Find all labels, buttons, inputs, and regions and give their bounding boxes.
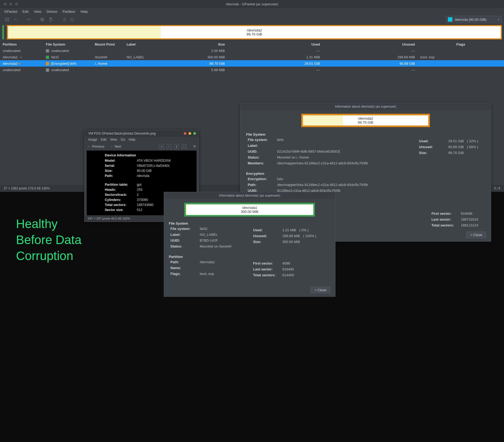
sda1-mini-map: /dev/sda1300.00 MiB: [184, 203, 315, 217]
table-row[interactable]: unallocatedunallocated2.00 MiB------: [0, 47, 504, 54]
outer-status-left: 37 × 1082 pixels 276,5 kB 100%: [4, 186, 50, 190]
kv-row: Path:/dev/sda: [105, 173, 178, 179]
partmap-sda1-strip[interactable]: [2, 25, 7, 39]
menu-view[interactable]: View: [32, 9, 43, 14]
col-flags[interactable]: Flags: [418, 41, 504, 47]
kv-row: Flags:boot, esp: [170, 271, 329, 277]
device-color-icon: [448, 17, 453, 22]
zoom-out-icon[interactable]: −: [167, 144, 171, 149]
menu-edit[interactable]: Edit: [20, 9, 30, 14]
kv-row: Partition table:gpt: [105, 182, 178, 187]
zoom-in-icon[interactable]: +: [159, 144, 164, 149]
menu-partition[interactable]: Partition: [61, 9, 78, 14]
col-label[interactable]: Label: [124, 41, 167, 47]
menu-help[interactable]: Help: [78, 9, 90, 14]
bullet-icon: [19, 63, 20, 64]
kv-row: Size:300.00 MiB: [253, 239, 316, 245]
toolbar: /dev/sda (90.00 GiB): [0, 15, 504, 24]
kv-row: Members:/dev/mapper/luks-91188ec2-c31a-4…: [248, 160, 483, 166]
col-used[interactable]: Used: [227, 41, 322, 47]
menubar: GParted Edit View Device Partition Help: [0, 8, 504, 15]
viewer-menu-help[interactable]: Help: [127, 137, 137, 142]
sda2-mini-map: /dev/sda289.70 GiB: [301, 114, 430, 127]
kv-row: Encryption:luks: [248, 176, 483, 182]
enc-heading: Encryption: [246, 172, 483, 176]
viewer-title: VM POS GParted BackUpIntact DeviceInfo.p…: [88, 132, 156, 135]
viewer-menu-view[interactable]: View: [109, 137, 119, 142]
key-icon: ⊸: [19, 55, 22, 59]
sda1-fs-heading: File System: [169, 221, 329, 225]
partition-map[interactable]: /dev/sda2 89.70 GiB: [2, 25, 502, 39]
kv-row: Path:/dev/sda1: [170, 259, 329, 265]
prev-button[interactable]: Previous: [92, 145, 105, 148]
col-partition[interactable]: Partition: [0, 41, 43, 47]
device-selector-label: /dev/sda (90.00 GiB): [455, 18, 486, 22]
resize-icon[interactable]: [25, 16, 33, 23]
info-sda2-title: Information about /dev/sda2 (as superuse…: [240, 103, 491, 110]
zoom-actual-icon[interactable]: 1: [174, 144, 179, 149]
close-button[interactable]: Close: [310, 287, 330, 293]
col-mount[interactable]: Mount Point: [92, 41, 124, 47]
col-size[interactable]: Size: [167, 41, 227, 47]
next-arrow-icon[interactable]: →: [110, 145, 113, 148]
kv-row: Serial:VBb8733fc1-8af2d40c: [105, 163, 178, 168]
fs-color-icon: [46, 68, 49, 72]
fs-color-icon: [46, 62, 49, 65]
copy-icon[interactable]: [38, 16, 46, 23]
window-minimize-icon[interactable]: [9, 3, 12, 6]
col-filesystem[interactable]: File System: [43, 41, 92, 47]
rotate-icon[interactable]: ↻: [193, 145, 196, 148]
kv-row: Unused:60.69 GiB( 68% ): [419, 144, 478, 150]
kv-row: Used:29.01 GiB( 32% ): [419, 138, 478, 144]
kv-row: Unused:298.69 MiB( 100% ): [253, 233, 316, 239]
fs-color-icon: [46, 49, 49, 52]
window-title: /dev/sda - GParted (as superuser): [226, 2, 278, 6]
fs-color-icon: [46, 56, 49, 59]
window-titlebar: /dev/sda - GParted (as superuser): [0, 0, 504, 8]
outer-status-right: 5 / 6: [494, 186, 500, 190]
info-dialog-sda1: Information about /dev/sda1 (as superuse…: [164, 192, 335, 297]
partmap-sda2[interactable]: /dev/sda2 89.70 GiB: [7, 25, 502, 39]
window-maximize-icon[interactable]: [15, 3, 18, 6]
menu-gparted[interactable]: GParted: [2, 9, 19, 14]
sda1-part-heading: Partition: [169, 255, 329, 259]
kv-row: Name:: [170, 265, 329, 271]
fs-heading: File System: [246, 132, 483, 136]
fullscreen-icon[interactable]: ⛶: [182, 144, 186, 149]
prev-arrow-icon[interactable]: ←: [87, 145, 90, 148]
partition-table: Partition File System Mount Point Label …: [0, 41, 504, 73]
kv-row: Last sector:618495: [253, 266, 294, 272]
menu-device[interactable]: Device: [45, 9, 59, 14]
kv-row: Used:1.31 MiB( 0% ): [253, 227, 316, 233]
device-selector[interactable]: /dev/sda (90.00 GiB): [446, 16, 502, 23]
viewer-menu-go[interactable]: Go: [119, 137, 127, 142]
devinfo-heading: Device Information: [105, 153, 178, 157]
delete-icon[interactable]: [11, 16, 20, 23]
new-partition-icon[interactable]: [3, 16, 11, 23]
info-sda1-title: Information about /dev/sda1 (as superuse…: [164, 192, 335, 199]
kv-row: Path:/dev/mapper/luks-91188ec2-c31a-4812…: [248, 182, 483, 188]
undo-icon[interactable]: [60, 16, 68, 23]
table-row[interactable]: /dev/sda1 ⊸fat32/boot/efiNO_LABEL300.00 …: [0, 54, 504, 60]
viewer-menu-image[interactable]: Image: [87, 137, 99, 142]
partmap-label: /dev/sda2 89.70 GiB: [247, 28, 262, 36]
next-button[interactable]: Next: [115, 145, 121, 148]
viewer-menu-edit[interactable]: Edit: [99, 137, 108, 142]
paste-icon[interactable]: [46, 16, 55, 23]
svg-rect-1: [41, 18, 43, 20]
kv-row: Model:ATA VBOX HARDDISK: [105, 158, 178, 163]
viewer-maximize-icon[interactable]: [193, 132, 196, 135]
svg-rect-2: [42, 19, 44, 21]
kv-row: First sector:4096: [253, 261, 294, 266]
viewer-minimize-icon[interactable]: [189, 132, 191, 135]
annotation-text: Healthy Before Data Corruption: [16, 216, 81, 264]
kv-row: Size:90.00 GiB: [105, 168, 178, 173]
table-row[interactable]: /dev/sda2 [Encrypted] btrfs/, /home89.70…: [0, 60, 504, 67]
kv-row: Size:89.70 GiB: [419, 150, 478, 156]
kv-row: Total sectors:614400: [253, 272, 294, 278]
window-close-icon[interactable]: [4, 3, 7, 6]
apply-icon[interactable]: [68, 16, 77, 23]
table-row[interactable]: unallocatedunallocated5.89 MiB------: [0, 67, 504, 73]
viewer-close-icon[interactable]: [184, 132, 186, 135]
col-unused[interactable]: Unused: [323, 41, 418, 47]
